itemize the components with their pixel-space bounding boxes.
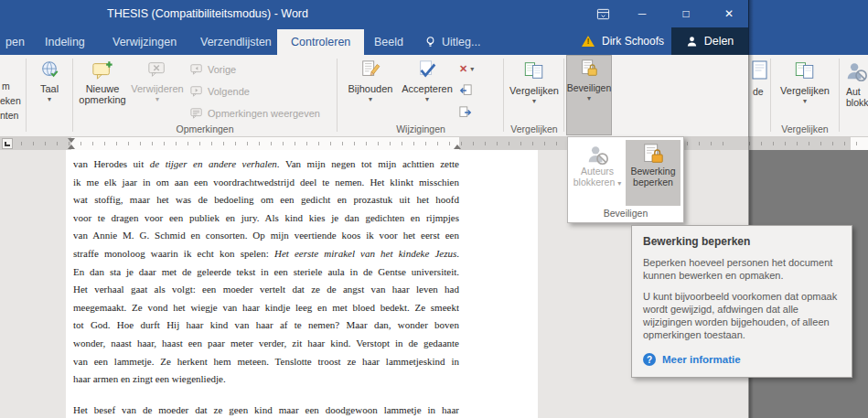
menu-group-label-beveiligen: Beveiligen — [568, 208, 683, 219]
account-button[interactable]: ! Dirk Schoofs — [582, 27, 664, 55]
bg-partial-button-label[interactable]: de — [753, 86, 764, 97]
document-line[interactable]: van Herodes uit de tijger en andere verh… — [73, 155, 459, 174]
document-text: van Herodes uit de tijger en andere verh… — [73, 155, 459, 418]
line-segment: wat stoffig, maar het was de bedoeling o… — [73, 194, 459, 205]
menu-item-label-line1: Bewerking — [630, 166, 675, 177]
document-line[interactable]: van Annie M. G. Schmid en consorten. Op … — [73, 227, 459, 245]
maximize-button[interactable]: □ — [670, 0, 702, 27]
group-divider — [503, 59, 504, 132]
block-authors-icon — [844, 59, 868, 83]
button-label-line1: Nieuwe — [86, 83, 120, 94]
tell-me-tab[interactable]: Uitleg... — [414, 29, 490, 55]
vorige-wijziging-button[interactable] — [459, 81, 472, 100]
line-segment: tot God. Hoe durft Hij haar kind van haa… — [73, 319, 459, 330]
document-page[interactable]: van Herodes uit de tijger en andere verh… — [66, 150, 538, 418]
group-divider — [337, 59, 338, 132]
bg-group-label-vergelijken: Vergelijken — [775, 123, 835, 134]
tab-verzendlijsten[interactable]: Verzendlijsten — [190, 29, 282, 55]
tab-verwijzingen[interactable]: Verwijzingen — [102, 29, 187, 55]
restrict-editing-icon — [641, 143, 665, 166]
vergelijken-button[interactable]: Vergelijken ▾ — [507, 57, 562, 134]
button-label: Volgende — [208, 86, 250, 97]
button-label: Taal — [40, 83, 59, 94]
beveiligen-button[interactable]: Beveiligen ▾ — [566, 55, 612, 135]
line-segment: voor te dragen voor een publiek en jury.… — [73, 212, 459, 223]
background-window-titlebar[interactable] — [748, 0, 868, 55]
button-label: Opmerkingen weergeven — [208, 108, 320, 119]
chevron-down-icon: ▾ — [369, 96, 372, 103]
document-line[interactable]: ik me elk jaar in om aan een voordrachtw… — [73, 174, 459, 192]
bewerking-beperken-menu-item[interactable]: Bewerking beperken — [626, 140, 680, 206]
document-line[interactable]: wonder, naast haar, haast een paar meter… — [73, 335, 459, 353]
compare-documents-icon — [523, 59, 545, 81]
document-line[interactable]: Het besef van de moeder dat ze geen kind… — [73, 402, 459, 418]
document-line[interactable]: haar armen en zingt een wiegenliedje. — [73, 370, 459, 389]
close-button[interactable]: ✕ — [710, 0, 748, 27]
line-segment: van Herodes uit — [73, 158, 150, 169]
weigeren-button[interactable]: ✕ ▾ — [459, 59, 474, 78]
line-segment: . — [456, 248, 459, 259]
group-label-wijzigingen: Wijzigingen — [340, 123, 501, 134]
vorige-button: Vorige — [190, 60, 236, 79]
line-segment: haar armen en zingt een wiegenliedje. — [73, 373, 226, 384]
bg-partial-button-label-line1[interactable]: Aut — [846, 86, 861, 97]
ribbon-display-options-button[interactable] — [586, 0, 619, 27]
previous-comment-icon — [190, 63, 203, 76]
line-segment: meegemaakt. Ze vond het wiegje van haar … — [73, 302, 459, 313]
share-button[interactable]: Delen — [671, 27, 748, 55]
document-line[interactable]: van een lammetje. Ze herkent hem meteen.… — [73, 353, 459, 371]
document-line[interactable]: En dan sta je daar met de geleerde tekst… — [73, 263, 459, 282]
group-divider — [563, 59, 564, 132]
tooltip-body-1: Beperken hoeveel personen het document k… — [643, 256, 841, 282]
bewerking-beperken-tooltip: Bewerking beperken Beperken hoeveel pers… — [631, 225, 852, 378]
share-label: Delen — [704, 35, 734, 48]
chevron-down-icon: ▾ — [617, 179, 621, 188]
bijhouden-button[interactable]: Bijhouden ▾ — [344, 57, 397, 134]
line-segment: van Annie M. G. Schmid en consorten. Op … — [73, 230, 459, 241]
line-segment: wonder, naast haar, haast een paar meter… — [73, 338, 459, 348]
window-title: THESIS (Compatibiliteitsmodus) - Word — [107, 7, 308, 20]
tab-stop-selector[interactable] — [2, 138, 13, 149]
document-line[interactable]: Het verhaal gaat als volgt: een moeder v… — [73, 281, 459, 299]
previous-change-icon — [459, 84, 472, 97]
button-label: Bijhouden — [348, 83, 393, 94]
document-line[interactable]: tot God. Hoe durft Hij haar kind van haa… — [73, 316, 459, 335]
first-line-indent-marker[interactable] — [68, 138, 75, 143]
lightbulb-icon — [424, 36, 436, 48]
compare-documents-icon — [794, 59, 816, 81]
right-indent-marker[interactable] — [454, 145, 461, 149]
menu-item-label-line2: blokkeren ▾ — [573, 177, 621, 189]
chevron-down-icon: ▾ — [803, 98, 807, 105]
next-change-icon — [459, 106, 472, 119]
maximize-icon: □ — [682, 7, 689, 20]
accepteren-button[interactable]: Accepteren ▾ — [401, 57, 454, 134]
document-line[interactable]: meegemaakt. Ze vond het wiegje van haar … — [73, 299, 459, 317]
document-line[interactable]: straffe monoloog waarin ik echt kon spel… — [73, 245, 459, 263]
tab-partial[interactable]: pen — [0, 29, 30, 55]
tooltip-title: Bewerking beperken — [643, 235, 841, 248]
group-divider — [26, 59, 27, 132]
block-authors-icon — [585, 143, 609, 166]
minimize-icon: ─ — [638, 7, 647, 20]
volgende-wijziging-button[interactable] — [459, 103, 472, 122]
ribbon-fragment: m — [2, 80, 10, 91]
meer-informatie-link[interactable]: ? Meer informatie — [643, 353, 841, 366]
line-segment: En dan sta je daar met de geleerde tekst… — [73, 266, 459, 277]
button-label-line2: opmerking — [79, 94, 125, 105]
tab-indeling[interactable]: Indeling — [35, 29, 95, 55]
taal-button[interactable]: Taal ▾ — [29, 57, 70, 134]
document-line[interactable]: voor te dragen voor een publiek en jury.… — [73, 209, 459, 228]
left-indent-marker[interactable] — [68, 145, 75, 149]
document-line[interactable]: wat stoffig, maar het was de bedoeling o… — [73, 191, 459, 209]
minimize-button[interactable]: ─ — [626, 0, 659, 27]
tab-controleren[interactable]: Controleren — [277, 29, 364, 55]
background-window-ribbon: de Vergelijken ▾ Aut blokk Vergelijken — [749, 55, 868, 137]
auteurs-blokkeren-menu-item: Auteurs blokkeren ▾ — [571, 140, 624, 206]
chevron-down-icon: ▾ — [470, 65, 474, 73]
new-comment-icon — [91, 59, 113, 81]
tab-beeld[interactable]: Beeld — [364, 29, 413, 55]
tooltip-body-2: U kunt bijvoorbeeld voorkomen dat opmaak… — [643, 290, 841, 341]
bg-vergelijken-button[interactable]: Vergelijken ▾ — [775, 57, 835, 134]
button-label: Vergelijken — [509, 85, 559, 96]
nieuwe-opmerking-button[interactable]: Nieuwe opmerking — [77, 57, 128, 134]
